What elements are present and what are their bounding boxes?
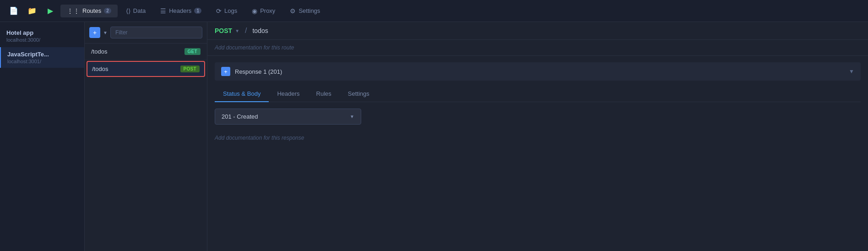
response-header-left: + Response 1 (201) [221, 67, 282, 76]
top-nav: 📄 📁 ▶ ⋮⋮ Routes 2 ⟨⟩ Data ☰ Headers 1 ⟳ … [0, 0, 868, 22]
add-dropdown-arrow[interactable]: ▼ [103, 30, 108, 35]
add-route-btn[interactable]: + [89, 27, 100, 38]
status-value: 201 - Created [222, 113, 258, 120]
main-content: POST ▼ / todos Add documentation for thi… [207, 22, 868, 251]
route-item-post-todos[interactable]: /todos POST [87, 61, 205, 77]
tab-response-settings[interactable]: Settings [340, 86, 378, 102]
url-path: todos [252, 27, 861, 34]
tab-logs-label: Logs [224, 7, 237, 14]
javascript-app-name: JavaScriptTe... [7, 51, 49, 58]
tab-rules-label: Rules [316, 90, 331, 97]
tab-response-headers[interactable]: Headers [269, 86, 308, 102]
tab-response-settings-label: Settings [348, 90, 369, 97]
tab-status-body-label: Status & Body [223, 90, 260, 97]
tab-data-label: Data [133, 7, 146, 14]
response-collapse-arrow[interactable]: ▼ [849, 68, 854, 75]
sidebar-item-hotel-app[interactable]: Hotel app localhost:3000/ [0, 27, 84, 47]
tab-proxy-label: Proxy [260, 7, 275, 14]
headers-badge: 1 [194, 8, 201, 14]
status-select[interactable]: 201 - Created ▼ [215, 109, 361, 125]
hotel-app-url: localhost:3000/ [6, 37, 78, 43]
sidebar-item-javascript[interactable]: JavaScriptTe... localhost:3001/ [0, 47, 84, 68]
tab-rules[interactable]: Rules [308, 86, 340, 102]
tab-settings-label: Settings [298, 7, 320, 14]
status-row: 201 - Created ▼ [215, 109, 861, 125]
tab-settings[interactable]: ⚙ Settings [283, 5, 326, 17]
tab-logs[interactable]: ⟳ Logs [210, 5, 244, 17]
response-doc[interactable]: Add documentation for this response [215, 130, 861, 146]
tab-headers[interactable]: ☰ Headers 1 [154, 5, 208, 17]
headers-icon: ☰ [160, 7, 166, 15]
response-header: + Response 1 (201) ▼ [215, 62, 861, 81]
response-tabs: Status & Body Headers Rules Settings [215, 86, 861, 102]
play-btn[interactable]: ▶ [42, 3, 59, 19]
add-response-btn[interactable]: + [221, 67, 230, 76]
route-method-post: POST [180, 65, 200, 72]
route-method-get: GET [184, 48, 201, 55]
route-item-get-todos[interactable]: /todos GET [85, 44, 207, 60]
route-doc-placeholder: Add documentation for this route [215, 44, 294, 51]
tab-routes[interactable]: ⋮⋮ Routes 2 [60, 5, 118, 17]
tab-routes-label: Routes [82, 7, 101, 14]
method-dropdown-arrow: ▼ [235, 28, 239, 33]
routes-icon: ⋮⋮ [67, 7, 80, 15]
response-title: Response 1 (201) [235, 68, 282, 75]
logs-icon: ⟳ [216, 7, 222, 15]
data-icon: ⟨⟩ [126, 7, 130, 15]
main-layout: Hotel app localhost:3000/ JavaScriptTe..… [0, 22, 868, 251]
route-path-post: /todos [92, 65, 108, 72]
tab-response-headers-label: Headers [277, 90, 299, 97]
url-bar: POST ▼ / todos [207, 22, 868, 40]
url-slash: / [243, 27, 249, 35]
routes-badge: 2 [104, 8, 111, 14]
method-value: POST [215, 27, 232, 34]
method-select[interactable]: POST ▼ [215, 27, 239, 34]
tab-status-body[interactable]: Status & Body [215, 86, 269, 102]
settings-icon: ⚙ [290, 7, 296, 15]
new-file-btn[interactable]: 📄 [5, 3, 22, 19]
routes-header: + ▼ [85, 22, 207, 44]
folder-btn[interactable]: 📁 [24, 3, 40, 19]
status-select-arrow: ▼ [350, 114, 354, 119]
response-section: + Response 1 (201) ▼ Status & Body Heade… [207, 56, 868, 251]
route-path-get: /todos [91, 48, 107, 55]
route-doc[interactable]: Add documentation for this route [207, 40, 868, 56]
response-doc-placeholder: Add documentation for this response [215, 135, 304, 141]
tab-proxy[interactable]: ◉ Proxy [245, 5, 282, 17]
hotel-app-name: Hotel app [6, 29, 78, 36]
tab-headers-label: Headers [169, 7, 191, 14]
filter-input[interactable] [110, 27, 202, 38]
tab-data[interactable]: ⟨⟩ Data [119, 5, 152, 17]
sidebar: Hotel app localhost:3000/ JavaScriptTe..… [0, 22, 85, 251]
javascript-app-url: localhost:3001/ [7, 59, 49, 64]
proxy-icon: ◉ [252, 7, 257, 15]
routes-panel: + ▼ /todos GET /todos POST [85, 22, 207, 251]
